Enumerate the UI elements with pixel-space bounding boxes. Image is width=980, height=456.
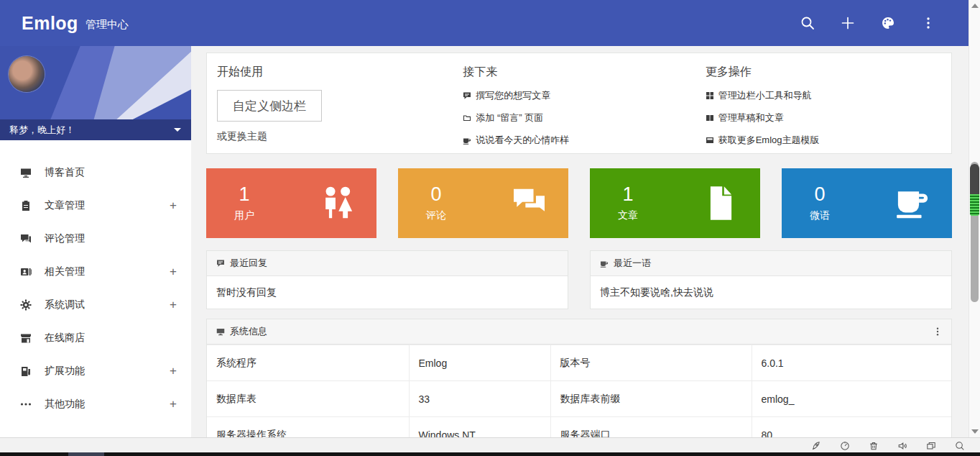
magnifier-icon[interactable] bbox=[954, 440, 966, 452]
comment-icon bbox=[20, 233, 32, 245]
sidebar-item-other[interactable]: 其他功能 + bbox=[0, 388, 191, 421]
file-icon bbox=[701, 183, 741, 223]
volume-icon[interactable] bbox=[897, 440, 908, 452]
scroll-down-icon[interactable] bbox=[971, 429, 979, 434]
stat-label: 评论 bbox=[417, 209, 455, 222]
expand-plus: + bbox=[170, 265, 177, 279]
table-cell: Emlog bbox=[409, 345, 550, 381]
stat-card-whispers[interactable]: 0 微语 bbox=[782, 168, 952, 238]
expand-plus: + bbox=[170, 397, 177, 411]
menu-label: 博客首页 bbox=[45, 166, 85, 179]
stats-row: 1 用户 0 评论 1 文章 0 bbox=[206, 168, 952, 238]
gauge-icon[interactable] bbox=[839, 440, 851, 452]
table-cell: 数据库表 bbox=[207, 381, 409, 417]
menu-label: 文章管理 bbox=[45, 199, 85, 212]
stat-value: 0 bbox=[801, 185, 838, 204]
user-greeting-bar[interactable]: 释梦，晚上好！ bbox=[0, 119, 191, 140]
topbar-actions bbox=[787, 0, 948, 46]
section-title: 接下来 bbox=[463, 65, 705, 80]
write-article-link[interactable]: 撰写您的想写文章 bbox=[463, 89, 705, 102]
table-row: 数据库表 33 数据库表前缀 emlog_ bbox=[207, 381, 951, 417]
trash-icon[interactable] bbox=[868, 440, 879, 452]
stat-card-comments[interactable]: 0 评论 bbox=[398, 168, 568, 238]
kebab-menu-icon[interactable] bbox=[931, 325, 944, 338]
table-cell: 6.0.1 bbox=[752, 345, 951, 381]
menu-label: 系统调试 bbox=[45, 298, 85, 311]
cup-icon bbox=[893, 183, 933, 223]
link-label: 说说看今天的心情咋样 bbox=[476, 134, 569, 147]
section-title: 开始使用 bbox=[217, 65, 463, 80]
scroll-up-icon[interactable] bbox=[971, 4, 979, 8]
recent-whisper-panel: 最近一语 博主不知要说啥,快去说说 bbox=[590, 250, 952, 309]
vertical-scrollbar[interactable] bbox=[969, 0, 980, 437]
post-whisper-link[interactable]: 说说看今天的心情咋样 bbox=[463, 134, 705, 147]
stat-value: 0 bbox=[417, 185, 455, 204]
window-icon[interactable] bbox=[925, 440, 937, 452]
system-info-panel: 系统信息 系统程序 Emlog 版本号 6.0.1 数据库表 33 数据库表前缀 bbox=[206, 319, 952, 437]
manage-drafts-link[interactable]: 管理草稿和文章 bbox=[706, 111, 951, 124]
table-cell: 33 bbox=[409, 381, 550, 417]
search-icon[interactable] bbox=[787, 0, 828, 46]
manage-widgets-link[interactable]: 管理边栏小工具和导航 bbox=[706, 89, 951, 102]
emlog-logo[interactable]: Emlog bbox=[22, 13, 78, 34]
stat-card-articles[interactable]: 1 文章 bbox=[590, 168, 760, 238]
stat-card-users[interactable]: 1 用户 bbox=[206, 168, 376, 238]
table-cell: 服务器操作系统 bbox=[207, 417, 409, 438]
emlog-admin-screen: Emlog 管理中心 释梦，晚上好！ 博客首页 bbox=[0, 0, 980, 456]
sidebar-item-extensions[interactable]: 扩展功能 + bbox=[0, 355, 191, 388]
link-label: 管理边栏小工具和导航 bbox=[718, 89, 812, 102]
panel-body: 暂时没有回复 bbox=[207, 276, 568, 309]
menu-label: 相关管理 bbox=[45, 265, 85, 278]
menu-label: 评论管理 bbox=[45, 232, 85, 245]
cup-icon bbox=[600, 259, 609, 268]
greeting-text: 释梦，晚上好！ bbox=[9, 124, 75, 135]
link-label: 添加 “留言” 页面 bbox=[476, 111, 543, 124]
table-cell: 系统程序 bbox=[207, 345, 409, 381]
cup-icon bbox=[463, 136, 471, 145]
sidebar-menu: 博客首页 文章管理 + 评论管理 相关管理 + 系统调试 + bbox=[0, 156, 191, 421]
browser-bottom-toolbar bbox=[0, 437, 980, 452]
sidebar-header: 释梦，晚上好！ bbox=[0, 46, 191, 140]
users-icon bbox=[318, 183, 357, 223]
panel-title: 最近回复 bbox=[230, 257, 267, 270]
sidebar-item-online-store[interactable]: 在线商店 bbox=[0, 322, 191, 355]
ellipsis-icon bbox=[20, 398, 32, 410]
next-steps-column: 接下来 撰写您的想写文章 添加 “留言” 页面 说说看今天的心情咋样 bbox=[463, 65, 705, 153]
rocket-icon[interactable] bbox=[810, 440, 822, 452]
plugin-icon bbox=[20, 365, 32, 377]
menu-label: 在线商店 bbox=[45, 332, 85, 345]
system-info-table: 系统程序 Emlog 版本号 6.0.1 数据库表 33 数据库表前缀 emlo… bbox=[207, 345, 951, 437]
chevron-down-icon bbox=[174, 128, 181, 132]
grid-icon bbox=[706, 91, 714, 100]
stat-text: 1 文章 bbox=[609, 185, 647, 222]
sidebar-item-comments[interactable]: 评论管理 bbox=[0, 222, 191, 255]
menu-label: 其他功能 bbox=[45, 398, 85, 411]
sidebar-item-system-debug[interactable]: 系统调试 + bbox=[0, 288, 191, 322]
menu-label: 扩展功能 bbox=[45, 365, 85, 378]
add-icon[interactable] bbox=[828, 0, 868, 46]
admin-center-title: 管理中心 bbox=[85, 18, 129, 32]
stat-label: 微语 bbox=[801, 209, 838, 222]
change-theme-link[interactable]: 或更换主题 bbox=[217, 130, 267, 143]
stat-text: 0 评论 bbox=[417, 185, 455, 222]
user-avatar[interactable] bbox=[9, 56, 45, 92]
article-icon bbox=[20, 200, 32, 211]
panel-body: 博主不知要说啥,快去说说 bbox=[591, 276, 951, 309]
stat-label: 文章 bbox=[609, 209, 647, 222]
stat-value: 1 bbox=[226, 185, 263, 204]
stat-value: 1 bbox=[609, 185, 647, 204]
taskbar-edge bbox=[0, 452, 980, 456]
kebab-menu-icon[interactable] bbox=[908, 0, 948, 46]
palette-icon[interactable] bbox=[868, 0, 908, 46]
gear-icon bbox=[20, 299, 32, 311]
add-page-link[interactable]: 添加 “留言” 页面 bbox=[463, 111, 705, 124]
book-icon bbox=[706, 114, 714, 122]
sidebar-item-articles[interactable]: 文章管理 + bbox=[0, 189, 191, 222]
table-row: 服务器操作系统 Windows NT 服务器端口 80 bbox=[207, 417, 951, 438]
recent-replies-panel: 最近回复 暂时没有回复 bbox=[206, 250, 568, 309]
get-themes-link[interactable]: 获取更多Emlog主题模版 bbox=[706, 134, 951, 147]
sidebar-item-blog-home[interactable]: 博客首页 bbox=[0, 156, 191, 189]
customize-sidebar-button[interactable]: 自定义侧边栏 bbox=[217, 90, 322, 122]
table-cell: 版本号 bbox=[550, 345, 752, 381]
sidebar-item-related[interactable]: 相关管理 + bbox=[0, 255, 191, 288]
